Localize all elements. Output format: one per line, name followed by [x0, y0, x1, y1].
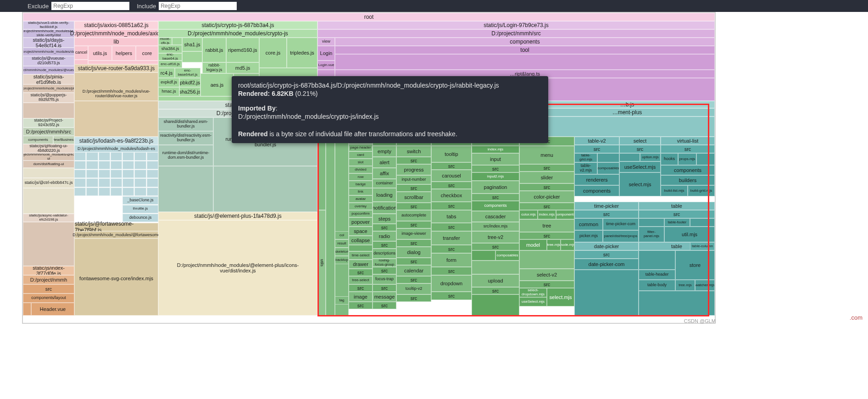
sub-utils[interactable]: utils [317, 210, 326, 316]
sub-cpicker[interactable]: color-picker [519, 191, 574, 203]
sub-stubg1[interactable] [472, 250, 495, 260]
teal-common[interactable]: common [574, 218, 603, 230]
teal-stuba[interactable] [639, 218, 664, 227]
vrouter-title[interactable]: static/js/vue-router-5a9da933.js [74, 64, 158, 72]
cell-gap2[interactable] [23, 188, 74, 214]
sub-message[interactable]: message [373, 292, 396, 302]
sub-card[interactable]: card [349, 151, 373, 159]
crypto-stub[interactable] [172, 38, 182, 45]
sub-colA[interactable] [335, 137, 349, 316]
lodash-cell[interactable] [99, 152, 110, 161]
sub-calendar[interactable]: calendar [396, 265, 431, 276]
crypto-mode-cfb[interactable]: mode-cfb.js [158, 38, 172, 45]
fa-svg[interactable]: fontawesome-svg-core/index.mjs [74, 238, 158, 316]
lodash-cell[interactable] [111, 188, 122, 196]
sub-tabs[interactable]: tabs [431, 210, 472, 223]
teal-gap[interactable] [540, 116, 715, 137]
login-title[interactable]: static/js/Login-97b9ce73.js [317, 21, 715, 29]
teal-table[interactable]: table [639, 202, 715, 210]
teal-util[interactable]: util.mjs [664, 227, 715, 242]
sub-link[interactable]: link [349, 188, 373, 195]
sub-drawer-src[interactable]: src [349, 269, 373, 276]
cell-vueuse[interactable]: static/js/@vueuse-d210d573.js [23, 56, 74, 66]
teal-builders[interactable]: builders [661, 175, 715, 185]
sub-overlay[interactable]: overlay [349, 203, 373, 210]
sub-sdropdown[interactable]: select-dropdown.mjs [519, 288, 547, 297]
cell-project-view[interactable]: view/Business [53, 136, 74, 144]
login-tool[interactable]: tool [335, 46, 715, 54]
sub-leftbar2[interactable] [326, 137, 335, 316]
lodash-cell[interactable] [74, 188, 86, 196]
sub-loading[interactable]: loading [373, 188, 396, 202]
cell-dayjs-path[interactable]: D:/project/nmmh/node_modules/dayjs [23, 48, 74, 56]
crypto-stub2[interactable] [182, 51, 202, 62]
crypto-path[interactable]: D:/project/nmmh/node_modules/crypto-js [158, 29, 317, 38]
login-login[interactable]: Login [317, 46, 335, 61]
teal-picker[interactable]: picker.mjs [574, 230, 603, 242]
sub-dialog[interactable]: dialog [396, 247, 431, 258]
crypto-pbkdf2[interactable]: pbkdf2.js [179, 78, 200, 87]
teal-bjs[interactable]: …b.js [540, 101, 715, 108]
teal-renderers[interactable]: renderers [574, 174, 619, 185]
sub-col[interactable]: col [335, 231, 349, 239]
lodash-cell[interactable] [74, 178, 86, 187]
cell-index-layout[interactable]: components/layout [23, 294, 74, 303]
sub-steps[interactable]: steps [373, 214, 396, 224]
sub-car-src[interactable]: src [431, 182, 472, 189]
axios-core[interactable]: core [136, 46, 158, 61]
login-view[interactable]: view [317, 38, 335, 46]
lodash-cell[interactable] [74, 152, 86, 161]
lodash-cell[interactable] [74, 161, 86, 169]
sub-cal-src[interactable]: src [396, 276, 431, 283]
teal-dpcom[interactable]: date-picker-com [574, 259, 639, 270]
sub-selectmjs2[interactable]: select.mjs [547, 288, 574, 306]
sub-iv-src[interactable]: src [396, 239, 431, 247]
cell-index-src[interactable]: src [23, 284, 74, 294]
axios-cancel[interactable]: cancel [74, 46, 88, 60]
sub-stubg2[interactable] [472, 260, 519, 274]
lodash-cell[interactable] [122, 161, 134, 169]
cell-pinia-path[interactable]: D:/project/nmmh/node_modules/pinia [23, 84, 74, 93]
teal-treemjs[interactable]: tree.mjs [675, 280, 695, 291]
lodash-cell[interactable] [134, 161, 146, 169]
crypto-sha384[interactable]: sha384.js [158, 45, 182, 53]
teal-tblbody[interactable] [639, 291, 715, 316]
cell-async-body[interactable] [23, 222, 74, 266]
cell-index-chunk[interactable]: static/js/index-3f77d0fe.js [23, 266, 74, 275]
sub-popconfirm[interactable]: popconfirm [349, 210, 373, 217]
sub-ttv2-src[interactable]: src [396, 294, 431, 302]
sub-imageviewer[interactable]: image-viewer [396, 228, 431, 239]
teal-fpanel[interactable]: filter-panel.mjs [639, 227, 664, 242]
crypto-evpkdf[interactable]: evpkdf.js [158, 78, 179, 87]
sub-skeleton[interactable]: skeleton [335, 248, 349, 256]
lodash-cell[interactable] [147, 178, 158, 187]
cell-dayjs[interactable]: static/js/dayjs-54e8cf14.js [23, 38, 74, 48]
sub-drawer[interactable]: drawer [349, 260, 373, 269]
lodash-cell[interactable] [99, 170, 110, 178]
cell-floating-dom[interactable]: dom/dist/floating-ui [23, 161, 74, 168]
sub-transfer[interactable]: transfer [431, 231, 472, 245]
crypto-rc4[interactable]: rc4.js [158, 68, 175, 78]
sub-ft-src[interactable]: src [373, 284, 396, 292]
sub-sv[interactable] [349, 245, 373, 251]
cell-vueuse-path[interactable]: D:/project/nmmh/node_modules/@vueuse/cor… [23, 66, 74, 74]
sub-sw-src[interactable]: src [396, 157, 431, 164]
teal-hooks[interactable]: hooks [661, 153, 678, 165]
crypto-rabbit-legacy[interactable]: rabbit-legacy.js [202, 62, 226, 73]
sub-srcindex[interactable]: src/index.mjs [472, 222, 519, 231]
lodash-cell[interactable] [99, 178, 110, 187]
axios-utils[interactable]: utils.js [88, 46, 112, 61]
teal-props[interactable]: props.mjs [678, 153, 696, 165]
lodash-cell[interactable] [111, 170, 122, 178]
teal-tp-src[interactable]: src [574, 210, 639, 218]
lodash-cell[interactable] [147, 188, 158, 196]
sub-radio[interactable]: radio [373, 231, 396, 241]
vue-body[interactable] [213, 166, 317, 212]
teal-stubb[interactable] [690, 218, 715, 227]
teal-theader[interactable]: table-header [639, 270, 675, 280]
axios-helpers[interactable]: helpers [112, 46, 136, 61]
cell-project[interactable]: static/js/Project-9243c5f2.js [23, 118, 74, 127]
cell-slide-verify-path[interactable]: D:/project/nmmh/node_modules/vue3-slide-… [23, 29, 74, 38]
sub-input2[interactable]: input2.mjs [472, 172, 519, 181]
cell-header-vue[interactable]: Header.vue [31, 303, 74, 316]
